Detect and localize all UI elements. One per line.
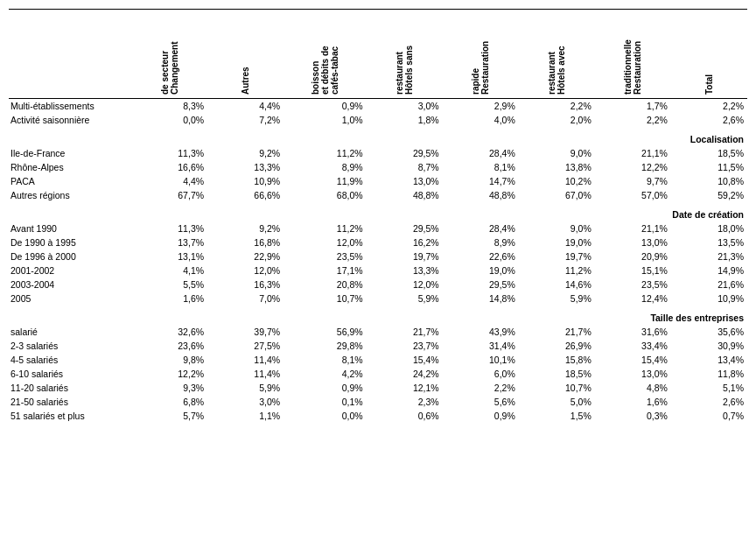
- col-header-cafes-text: cafés-tabacet débits deboisson: [311, 11, 340, 95]
- table-row: PACA4,4%10,9%11,9%13,0%14,7%10,2%9,7%10,…: [9, 174, 747, 188]
- data-cell: 29,8%: [284, 339, 366, 353]
- data-cell: 21,1%: [595, 221, 671, 235]
- row-label-cell: Avant 1990: [9, 221, 131, 235]
- table-row: 2003-20045,5%16,3%20,8%12,0%29,5%14,6%23…: [9, 278, 747, 292]
- row-label-cell: Multi-établissements: [9, 99, 131, 114]
- data-cell: 43,9%: [443, 325, 519, 339]
- data-cell: 23,6%: [131, 339, 207, 353]
- col-header-restauration-trad: Restaurationtraditionnelle: [595, 10, 671, 99]
- table-row: 21-50 salariés6,8%3,0%0,1%2,3%5,6%5,0%1,…: [9, 395, 747, 409]
- section-label: Date de création: [9, 202, 747, 221]
- data-cell: 1,0%: [284, 113, 366, 127]
- table-row: Date de création: [9, 202, 747, 221]
- data-cell: 1,6%: [131, 292, 207, 306]
- data-table: Changementde secteur Autres cafés-tabace…: [9, 9, 747, 423]
- data-cell: 13,1%: [131, 249, 207, 263]
- data-cell: 66,6%: [207, 188, 284, 202]
- data-cell: 48,8%: [443, 188, 519, 202]
- data-cell: 9,2%: [207, 146, 284, 160]
- data-cell: 21,7%: [519, 325, 595, 339]
- data-cell: 4,0%: [443, 113, 519, 127]
- table-row: 51 salariés et plus5,7%1,1%0,0%0,6%0,9%1…: [9, 409, 747, 423]
- data-cell: 1,1%: [207, 409, 284, 423]
- data-cell: 22,9%: [207, 249, 284, 263]
- data-cell: 4,1%: [131, 263, 207, 278]
- data-cell: 16,8%: [207, 235, 284, 249]
- data-cell: 48,8%: [367, 188, 443, 202]
- data-cell: 3,0%: [207, 395, 284, 409]
- data-cell: 16,6%: [131, 160, 207, 174]
- data-cell: 13,3%: [367, 263, 443, 278]
- data-cell: 8,7%: [367, 160, 443, 174]
- data-cell: 11,2%: [284, 221, 366, 235]
- data-cell: 11,3%: [131, 221, 207, 235]
- data-cell: 13,0%: [595, 367, 671, 381]
- table-header-row: Changementde secteur Autres cafés-tabace…: [9, 10, 747, 99]
- data-cell: 15,8%: [519, 353, 595, 367]
- row-label-cell: Activité saisonnière: [9, 113, 131, 127]
- table-row: De 1996 à 200013,1%22,9%23,5%19,7%22,6%1…: [9, 249, 747, 263]
- col-header-restauration-trad-text: Restaurationtraditionnelle: [623, 11, 642, 95]
- data-cell: 12,4%: [595, 292, 671, 306]
- data-cell: 11,5%: [671, 160, 747, 174]
- data-cell: 7,2%: [207, 113, 284, 127]
- data-cell: 2,6%: [671, 395, 747, 409]
- data-cell: 14,6%: [519, 278, 595, 292]
- col-header-hotels-sans: Hôtels sansrestaurant: [367, 10, 443, 99]
- data-cell: 10,9%: [671, 292, 747, 306]
- table-row: De 1990 à 199513,7%16,8%12,0%16,2%8,9%19…: [9, 235, 747, 249]
- data-cell: 0,0%: [131, 113, 207, 127]
- data-cell: 1,5%: [519, 409, 595, 423]
- col-header-total-text: Total: [704, 11, 714, 95]
- data-cell: 16,3%: [207, 278, 284, 292]
- data-cell: 16,2%: [367, 235, 443, 249]
- data-cell: 67,7%: [131, 188, 207, 202]
- row-label-cell: De 1996 à 2000: [9, 249, 131, 263]
- data-cell: 67,0%: [519, 188, 595, 202]
- data-cell: 11,9%: [284, 174, 366, 188]
- data-cell: 9,3%: [131, 381, 207, 395]
- data-cell: 68,0%: [284, 188, 366, 202]
- data-cell: 23,7%: [367, 339, 443, 353]
- data-cell: 2,3%: [367, 395, 443, 409]
- data-cell: 19,0%: [443, 263, 519, 278]
- data-cell: 10,7%: [284, 292, 366, 306]
- data-cell: 13,4%: [671, 353, 747, 367]
- col-header-hotels-avec-text: Hôtels avecrestaurant: [547, 11, 566, 95]
- data-cell: 32,6%: [131, 325, 207, 339]
- data-cell: 13,7%: [131, 235, 207, 249]
- data-cell: 9,0%: [519, 146, 595, 160]
- empty-header: [9, 10, 131, 99]
- data-cell: 9,2%: [207, 221, 284, 235]
- table-row: Rhône-Alpes16,6%13,3%8,9%8,7%8,1%13,8%12…: [9, 160, 747, 174]
- data-cell: 23,5%: [595, 278, 671, 292]
- data-cell: 8,3%: [131, 99, 207, 114]
- data-cell: 12,1%: [367, 381, 443, 395]
- data-cell: 23,5%: [284, 249, 366, 263]
- data-cell: 2,2%: [595, 113, 671, 127]
- data-cell: 5,9%: [367, 292, 443, 306]
- data-cell: 10,1%: [443, 353, 519, 367]
- data-cell: 5,1%: [671, 381, 747, 395]
- data-cell: 6,8%: [131, 395, 207, 409]
- data-cell: 13,5%: [671, 235, 747, 249]
- col-header-restauration-rapide: Restaurationrapide: [443, 10, 519, 99]
- table-row: Taille des entreprises: [9, 306, 747, 325]
- data-cell: 29,5%: [367, 146, 443, 160]
- data-cell: 19,7%: [367, 249, 443, 263]
- table-row: Multi-établissements8,3%4,4%0,9%3,0%2,9%…: [9, 99, 747, 114]
- data-cell: 14,7%: [443, 174, 519, 188]
- col-header-restauration-rapide-text: Restaurationrapide: [471, 11, 490, 95]
- row-label-cell: 2001-2002: [9, 263, 131, 278]
- row-label-cell: De 1990 à 1995: [9, 235, 131, 249]
- data-cell: 17,1%: [284, 263, 366, 278]
- data-cell: 12,2%: [595, 160, 671, 174]
- data-cell: 2,2%: [671, 99, 747, 114]
- data-cell: 0,9%: [284, 381, 366, 395]
- data-cell: 12,0%: [367, 278, 443, 292]
- data-cell: 5,9%: [207, 381, 284, 395]
- data-cell: 39,7%: [207, 325, 284, 339]
- data-cell: 8,9%: [284, 160, 366, 174]
- data-cell: 8,1%: [443, 160, 519, 174]
- data-cell: 9,0%: [519, 221, 595, 235]
